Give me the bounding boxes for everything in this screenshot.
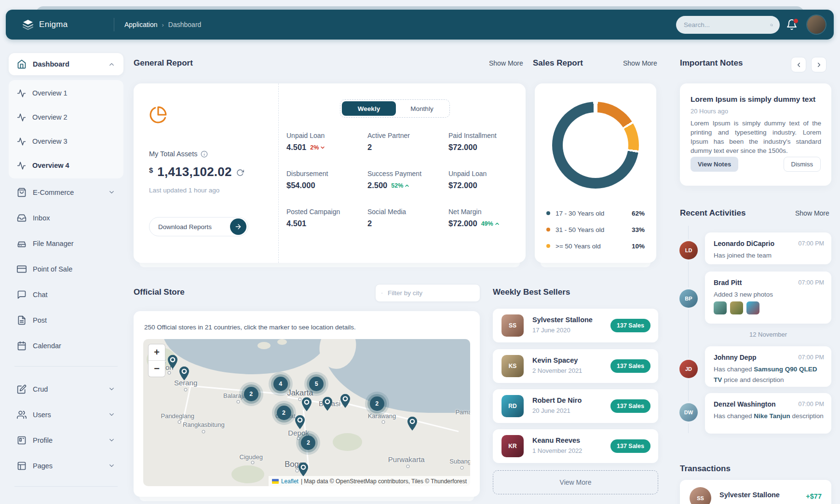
filter-by-city-box bbox=[375, 284, 480, 302]
zoom-out-button[interactable]: − bbox=[149, 361, 165, 377]
breadcrumb-application[interactable]: Application bbox=[124, 21, 158, 28]
map-city-label: Karawang bbox=[368, 412, 396, 419]
currency-symbol: $ bbox=[149, 166, 153, 174]
sidebar-item-label: Overview 4 bbox=[32, 162, 69, 169]
map-city-label: Cigudeg bbox=[240, 453, 263, 461]
sidebar-item-chat[interactable]: Chat bbox=[9, 282, 123, 307]
store-pin-marker[interactable] bbox=[178, 367, 190, 381]
store-pin-marker[interactable] bbox=[294, 415, 306, 430]
seller-card-keanu-reeves[interactable]: KR Keanu Reeves 1 November 2022 137 Sale… bbox=[493, 429, 658, 463]
sidebar-item-overview-4[interactable]: Overview 4 bbox=[9, 153, 123, 177]
map-town-dot bbox=[406, 464, 410, 468]
seller-card-sylvester-stallone[interactable]: SS Sylvester Stallone 17 June 2020 137 S… bbox=[493, 309, 658, 342]
store-pin-marker[interactable] bbox=[298, 462, 309, 477]
general-report-show-more[interactable]: Show More bbox=[489, 59, 523, 67]
info-icon[interactable] bbox=[201, 150, 208, 158]
official-store-title: Official Store bbox=[134, 287, 185, 297]
user-avatar[interactable] bbox=[807, 15, 826, 34]
store-cluster-marker[interactable]: 4 bbox=[273, 377, 288, 391]
activity-photos bbox=[714, 301, 759, 314]
sidebar-item-post[interactable]: Post bbox=[9, 307, 123, 333]
notifications-button[interactable] bbox=[786, 19, 799, 31]
sales-count-badge: 137 Sales bbox=[610, 319, 650, 332]
attribution-text: | Map data © OpenStreetMap contributors,… bbox=[301, 478, 467, 485]
notes-next-button[interactable] bbox=[811, 57, 826, 72]
store-cluster-marker[interactable]: 2 bbox=[370, 396, 384, 411]
store-locations-map[interactable]: kCilegonSerangBalarajaPandeglangRangkasb… bbox=[143, 339, 470, 486]
sidebar-item-overview-2[interactable]: Overview 2 bbox=[9, 105, 123, 129]
sales-count-badge: 137 Sales bbox=[610, 359, 650, 373]
stat-posted-campaign: Posted Campaign 4.501 bbox=[286, 208, 367, 228]
sales-report-show-more[interactable]: Show More bbox=[623, 59, 657, 67]
official-store-card: 250 Official stores in 21 countries, cli… bbox=[134, 311, 480, 497]
top-navbar: Enigma Application › Dashboard bbox=[6, 10, 834, 40]
sidebar-item-calendar[interactable]: Calendar bbox=[9, 333, 123, 358]
sidebar-item-label: Overview 2 bbox=[32, 113, 68, 121]
notes-prev-button[interactable] bbox=[791, 57, 806, 72]
sidebar-divider bbox=[14, 486, 118, 487]
sidebar-item-label: Pages bbox=[33, 462, 53, 470]
sidebar-item-pages[interactable]: Pages bbox=[9, 453, 123, 478]
seller-card-kevin-spacey[interactable]: KS Kevin Spacey 2 November 2021 137 Sale… bbox=[493, 349, 658, 383]
filter-by-city-input[interactable] bbox=[387, 289, 474, 297]
layout-icon bbox=[17, 461, 27, 471]
legend-bullet-yellow bbox=[546, 244, 550, 248]
note-title: Lorem Ipsum is simply dummy text bbox=[691, 95, 815, 104]
sidebar-item-users[interactable]: Users bbox=[9, 402, 123, 427]
map-green-area bbox=[231, 465, 264, 483]
sidebar-item-file-manager[interactable]: File Manager bbox=[9, 231, 123, 256]
activity-photo-thumbnail[interactable] bbox=[730, 301, 743, 314]
download-reports-button[interactable]: Download Reports bbox=[149, 217, 248, 236]
store-cluster-marker[interactable]: 5 bbox=[309, 377, 324, 391]
product-name[interactable]: Nike Tanjun bbox=[754, 412, 790, 420]
activity-card-brad[interactable]: Brad Pitt 07:00 PM Added 3 new photos bbox=[705, 272, 831, 324]
sidebar-item-overview-1[interactable]: Overview 1 bbox=[9, 81, 123, 105]
map-town-dot bbox=[382, 421, 385, 424]
stat-net-margin: Net Margin $72.000 49% bbox=[448, 208, 531, 228]
monthly-toggle-button[interactable]: Monthly bbox=[396, 105, 448, 112]
sidebar-item-overview-3[interactable]: Overview 3 bbox=[9, 129, 123, 153]
seller-card-robert-de-niro[interactable]: RD Robert De Niro 20 June 2021 137 Sales bbox=[493, 389, 658, 423]
store-cluster-marker[interactable]: 2 bbox=[277, 406, 291, 420]
activity-card-leonardo[interactable]: Leonardo DiCaprio 07:00 PM Has joined th… bbox=[705, 232, 831, 264]
refresh-icon[interactable] bbox=[236, 169, 244, 177]
sidebar-item-dashboard[interactable]: Dashboard bbox=[9, 53, 123, 75]
view-notes-button[interactable]: View Notes bbox=[691, 157, 738, 172]
store-pin-marker[interactable] bbox=[406, 417, 418, 431]
store-pin-marker[interactable] bbox=[339, 394, 351, 409]
store-pin-marker[interactable] bbox=[301, 397, 312, 412]
store-cluster-marker[interactable]: 2 bbox=[301, 436, 315, 450]
seller-photo: KS bbox=[501, 355, 524, 377]
activity-card-denzel[interactable]: Denzel Washington 07:00 PM Has changed N… bbox=[705, 393, 831, 434]
sidebar-item-ecommerce[interactable]: E-Commerce bbox=[9, 179, 123, 205]
activities-show-more[interactable]: Show More bbox=[795, 209, 829, 217]
weekly-toggle-button[interactable]: Weekly bbox=[342, 101, 396, 116]
store-cluster-marker[interactable]: 2 bbox=[244, 387, 258, 401]
chevron-down-icon bbox=[108, 411, 115, 418]
search-input[interactable] bbox=[683, 21, 770, 29]
avatar-johnny-depp: JD bbox=[679, 360, 698, 378]
activity-photo-thumbnail[interactable] bbox=[746, 301, 759, 314]
sidebar-item-label: Point of Sale bbox=[33, 265, 72, 273]
leaflet-link[interactable]: Leaflet bbox=[281, 478, 298, 485]
dismiss-button[interactable]: Dismiss bbox=[784, 157, 821, 172]
activity-icon bbox=[17, 161, 26, 170]
age-distribution-donut-chart[interactable] bbox=[552, 102, 639, 189]
donut-legend: 17 - 30 Years old 62% 31 - 50 Years old … bbox=[546, 205, 645, 254]
sidebar-item-profile[interactable]: Profile bbox=[9, 427, 123, 453]
app-logo[interactable]: Enigma bbox=[22, 10, 68, 40]
sidebar-item-inbox[interactable]: Inbox bbox=[9, 205, 123, 231]
zoom-in-button[interactable]: + bbox=[149, 344, 165, 361]
store-pin-marker[interactable] bbox=[322, 397, 333, 411]
breadcrumb-dashboard[interactable]: Dashboard bbox=[168, 21, 202, 28]
activity-photo-thumbnail[interactable] bbox=[714, 301, 727, 314]
transaction-card-sylvester[interactable]: SS Sylvester Stallone +$77 bbox=[680, 480, 831, 504]
activity-card-johnny[interactable]: Johnny Depp 07:00 PM Has changed Samsung… bbox=[705, 346, 831, 387]
sidebar-item-point-of-sale[interactable]: Point of Sale bbox=[9, 256, 123, 282]
legend-row-31-50: 31 - 50 Years old 33% bbox=[546, 221, 645, 238]
view-more-button[interactable]: View More bbox=[493, 470, 658, 494]
chevron-right-icon bbox=[815, 61, 823, 68]
store-pin-marker[interactable] bbox=[167, 355, 178, 369]
search-icon[interactable] bbox=[770, 21, 773, 29]
sidebar-item-crud[interactable]: Crud bbox=[9, 376, 123, 402]
